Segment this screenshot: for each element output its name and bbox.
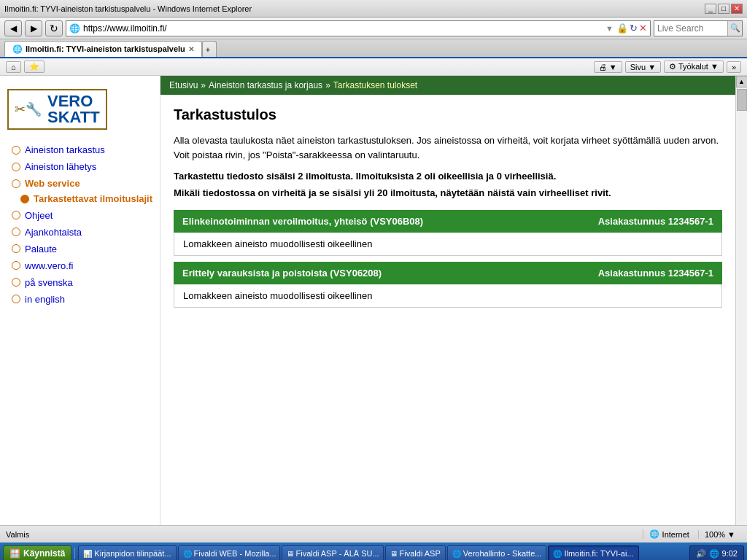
- zone-label: Internet: [662, 530, 689, 539]
- nav-bullet-sub: [20, 195, 29, 203]
- taskbar-icon: 🌐: [452, 550, 461, 558]
- forward-button[interactable]: ▶: [25, 20, 42, 36]
- taskbar-item-fivaldi-asp-ala[interactable]: 🖥 Fivaldi ASP - ÄLÄ SU...: [282, 545, 384, 560]
- logo-icon: ✂🔧: [15, 101, 42, 117]
- taskbar-icon: 🌐: [553, 550, 562, 558]
- close-btn[interactable]: ✕: [731, 4, 743, 14]
- breadcrumb: Etusivu » Aineiston tarkastus ja korjaus…: [160, 76, 735, 95]
- result-header-2: Erittely varauksista ja poistoista (VSY0…: [174, 262, 722, 284]
- start-icon: 🪟: [9, 548, 20, 559]
- taskbar-item-verohallinto[interactable]: 🌐 Verohallinto - Skatte...: [447, 545, 547, 560]
- start-label: Käynnistä: [23, 548, 65, 559]
- sidebar-item-aineiston-lahetys[interactable]: Aineiston lähetys: [0, 158, 160, 175]
- breadcrumb-home[interactable]: Etusivu: [169, 80, 198, 90]
- statusbar-zoom[interactable]: 100% ▼: [698, 530, 741, 539]
- nav-bullet: [12, 146, 20, 155]
- sidebar: ✂🔧 VERO SKATT Aineiston tarkastus Aineis…: [0, 76, 160, 525]
- taskbar-label: Verohallinto - Skatte...: [463, 549, 542, 558]
- logo-box: ✂🔧 VERO SKATT: [7, 89, 107, 130]
- main-container: ✂🔧 VERO SKATT Aineiston tarkastus Aineis…: [0, 76, 747, 525]
- toolbar-extra[interactable]: »: [727, 61, 741, 73]
- nav-bullet: [12, 295, 20, 303]
- nav-label: Aineiston lähetys: [25, 161, 96, 172]
- taskbar-icon: 🌐: [183, 550, 192, 558]
- tab-close-btn[interactable]: ✕: [188, 45, 194, 53]
- nav-bullet: [12, 261, 20, 270]
- search-bar[interactable]: 🔍: [654, 20, 743, 36]
- nav-label: Tarkastettavat ilmoituslajit: [34, 193, 152, 206]
- back-button[interactable]: ◀: [4, 20, 22, 36]
- address-input[interactable]: [83, 23, 603, 34]
- scroll-up[interactable]: ▲: [736, 76, 748, 88]
- start-button[interactable]: 🪟 Käynnistä: [3, 545, 71, 560]
- nav-label: Ohjeet: [25, 210, 53, 221]
- nav-label: Palaute: [25, 244, 57, 254]
- result-asiakastunnus-2: Asiakastunnus 1234567-1: [598, 268, 713, 279]
- taskbar-item-fivaldi-asp[interactable]: 🖥 Fivaldi ASP: [385, 545, 446, 560]
- nav-bullet: [12, 163, 20, 171]
- nav-label: Web service: [25, 178, 80, 189]
- taskbar-item-fivaldi-web[interactable]: 🌐 Fivaldi WEB - Mozilla...: [178, 545, 280, 560]
- note2: Mikäli tiedostossa on virheitä ja se sis…: [174, 187, 722, 198]
- tray-icon-sound: 🔊: [696, 549, 706, 559]
- content-body: Tarkastustulos Alla olevasta taulukosta …: [160, 95, 735, 325]
- result-asiakastunnus-1: Asiakastunnus 1234567-1: [598, 216, 713, 227]
- note1: Tarkastettu tiedosto sisälsi 2 ilmoitust…: [174, 171, 722, 182]
- sidebar-item-ohjeet[interactable]: Ohjeet: [0, 207, 160, 224]
- nav-label: in english: [25, 294, 65, 305]
- nav-bullet: [12, 228, 20, 236]
- taskbar-label: Fivaldi ASP: [400, 549, 441, 558]
- logo-vero: VERO: [47, 93, 100, 109]
- browser-toolbar2: ⌂ ⭐ 🖨 ▼ Sivu ▼ ⚙ Työkalut ▼ »: [0, 58, 747, 76]
- taskbar: 🪟 Käynnistä 📊 Kirjanpidon tilinpäät... 🌐…: [0, 542, 747, 560]
- sidebar-item-palaute[interactable]: Palaute: [0, 241, 160, 257]
- taskbar-item-ilmoitin[interactable]: 🌐 Ilmoitin.fi: TYVI-ai...: [548, 545, 638, 560]
- sidebar-item-tarkastettavat[interactable]: Tarkastettavat ilmoituslajit: [0, 192, 160, 207]
- tab-new[interactable]: +: [202, 41, 217, 57]
- sidebar-item-aineiston-tarkastus[interactable]: Aineiston tarkastus: [0, 141, 160, 158]
- refresh-button[interactable]: ↻: [45, 20, 63, 36]
- statusbar: Valmis 🌐 Internet 100% ▼: [0, 525, 747, 542]
- search-button[interactable]: 🔍: [727, 21, 742, 36]
- search-input[interactable]: [654, 23, 727, 34]
- address-bar[interactable]: 🌐 ▼ 🔒 ↻ ✕: [66, 20, 651, 36]
- home-button[interactable]: ⌂: [6, 61, 21, 73]
- result-body-1: Lomakkeen aineisto muodollisesti oikeell…: [174, 233, 722, 256]
- taskbar-label: Fivaldi ASP - ÄLÄ SU...: [296, 549, 379, 558]
- sidebar-item-ajankohtaista[interactable]: Ajankohtaista: [0, 224, 160, 241]
- taskbar-label: Ilmoitin.fi: TYVI-ai...: [564, 549, 633, 558]
- statusbar-zone: 🌐 Internet: [643, 529, 695, 539]
- sidebar-item-in-english[interactable]: in english: [0, 291, 160, 308]
- taskbar-icon: 🖥: [390, 550, 398, 558]
- browser-tabs: 🌐 Ilmoitin.fi: TYVI-aineiston tarkistusp…: [0, 39, 747, 58]
- result-label-1: Asiakastunnus: [598, 216, 665, 227]
- scroll-thumb[interactable]: [737, 89, 747, 111]
- taskbar-sep: [74, 548, 75, 559]
- nav-label: Aineiston tarkastus: [25, 144, 105, 155]
- page-button[interactable]: Sivu ▼: [625, 61, 661, 73]
- browser-toolbar: ◀ ▶ ↻ 🌐 ▼ 🔒 ↻ ✕ 🔍: [0, 18, 747, 39]
- nav-label: på svenska: [25, 277, 73, 288]
- favorites-btn[interactable]: ⭐: [24, 61, 44, 73]
- taskbar-icon: 📊: [83, 550, 92, 558]
- nav-bullet: [12, 278, 20, 287]
- tab-main[interactable]: 🌐 Ilmoitin.fi: TYVI-aineiston tarkistusp…: [4, 41, 202, 57]
- sidebar-item-web-service[interactable]: Web service: [0, 175, 160, 192]
- sidebar-item-pa-svenska[interactable]: på svenska: [0, 274, 160, 291]
- nav-bullet: [12, 211, 20, 219]
- restore-btn[interactable]: □: [718, 4, 729, 14]
- taskbar-time: 9:02: [722, 549, 738, 558]
- sidebar-item-vero-fi[interactable]: www.vero.fi: [0, 257, 160, 274]
- taskbar-label: Kirjanpidon tilinpäät...: [94, 549, 171, 558]
- breadcrumb-sep2: »: [325, 80, 330, 90]
- window-controls[interactable]: _ □ ✕: [705, 4, 743, 14]
- taskbar-icon: 🖥: [287, 550, 294, 558]
- tools-button[interactable]: ⚙ Työkalut ▼: [664, 61, 724, 73]
- minimize-btn[interactable]: _: [705, 4, 716, 14]
- breadcrumb-step2[interactable]: Aineiston tarkastus ja korjaus: [209, 80, 322, 90]
- result-header-1: Elinkeinotoiminnan veroilmoitus, yhteisö…: [174, 210, 722, 233]
- taskbar-item-kirjanpito[interactable]: 📊 Kirjanpidon tilinpäät...: [78, 545, 176, 560]
- nav-bullet: [12, 179, 20, 188]
- scrollbar[interactable]: ▲: [735, 76, 747, 525]
- print-button[interactable]: 🖨 ▼: [594, 61, 622, 73]
